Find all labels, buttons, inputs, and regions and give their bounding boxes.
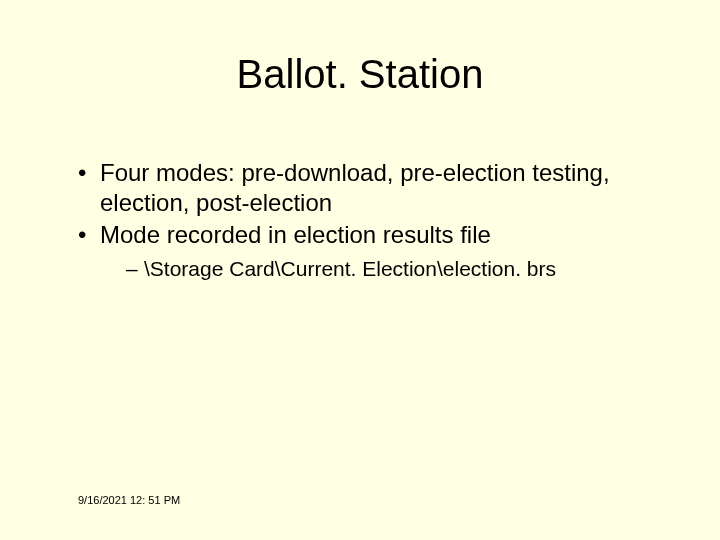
sub-bullet-text: \Storage Card\Current. Election\election…	[144, 257, 556, 280]
bullet-item: Mode recorded in election results file \…	[78, 220, 660, 282]
bullet-text: Mode recorded in election results file	[100, 221, 491, 248]
bullet-text: Four modes: pre-download, pre-election t…	[100, 159, 610, 216]
sub-bullet-item: \Storage Card\Current. Election\election…	[126, 256, 660, 282]
bullet-list: Four modes: pre-download, pre-election t…	[78, 158, 660, 282]
slide-title: Ballot. Station	[0, 52, 720, 97]
sub-bullet-list: \Storage Card\Current. Election\election…	[100, 256, 660, 282]
slide-body: Four modes: pre-download, pre-election t…	[78, 158, 660, 284]
footer-datetime: 9/16/2021 12: 51 PM	[78, 494, 180, 506]
bullet-item: Four modes: pre-download, pre-election t…	[78, 158, 660, 218]
slide: Ballot. Station Four modes: pre-download…	[0, 0, 720, 540]
